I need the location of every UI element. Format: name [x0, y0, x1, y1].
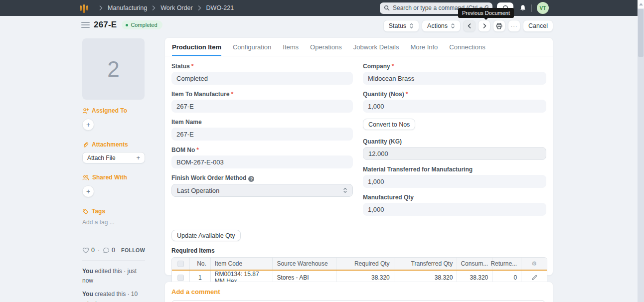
print-button[interactable]: [493, 20, 505, 32]
comment-input[interactable]: [171, 300, 545, 302]
tab-configuration[interactable]: Configuration: [233, 38, 271, 56]
item-to-manufacture-input[interactable]: 267-E: [171, 100, 353, 113]
finish-work-order-method-select[interactable]: Last Operation: [171, 184, 353, 197]
follow-button[interactable]: FOLLOW: [121, 247, 145, 253]
page-title: 267-E: [94, 20, 117, 30]
comments-count: 0: [112, 247, 115, 254]
field-item-name: Item Name 267-E: [171, 119, 353, 141]
row-checkbox[interactable]: [177, 275, 184, 281]
page-scrollbar[interactable]: [638, 0, 644, 302]
previous-document-button[interactable]: [463, 20, 476, 32]
search-icon: [384, 5, 390, 11]
activity-edited: You edited this · just now: [82, 267, 148, 285]
status-input[interactable]: Completed: [171, 72, 353, 85]
dot-separator: ·: [98, 247, 100, 254]
material-transferred-input[interactable]: 1,000: [363, 175, 546, 188]
tab-production-item[interactable]: Production Item: [172, 38, 221, 56]
tab-jobwork-details[interactable]: Jobwork Details: [353, 38, 399, 56]
edit-row-icon[interactable]: [531, 275, 537, 281]
breadcrumb-document[interactable]: DWO-221: [206, 4, 234, 11]
navbar-divider: [531, 4, 532, 12]
comment-bubble-icon[interactable]: [103, 247, 110, 254]
add-assignment-button[interactable]: +: [82, 119, 94, 131]
chevron-right-icon: [99, 5, 103, 10]
next-document-button[interactable]: [478, 20, 490, 32]
scrollbar-thumb[interactable]: [638, 9, 644, 57]
status-dropdown-button[interactable]: Status: [383, 20, 419, 32]
field-material-transferred: Material Transferred for Manufacturing 1…: [363, 166, 546, 188]
col-transferred-qty[interactable]: Transferred Qty: [394, 258, 458, 270]
attachment-icon: [82, 142, 89, 148]
required-mark: *: [406, 91, 408, 98]
scroll-up-arrow-icon: [639, 3, 643, 5]
like-heart-icon[interactable]: [82, 247, 89, 254]
required-mark: *: [196, 147, 199, 153]
select-caret-icon: [343, 187, 347, 193]
chevron-right-icon: [197, 5, 202, 10]
select-caret-icon: [451, 23, 455, 29]
required-mark: *: [392, 63, 394, 70]
col-source-warehouse[interactable]: Source Warehouse: [273, 258, 336, 270]
quantity-nos-input[interactable]: 1,000: [363, 100, 546, 113]
field-status: Status* Completed: [171, 63, 353, 85]
item-name-input[interactable]: 267-E: [171, 128, 353, 141]
top-navbar: Manufacturing Work Order DWO-221 VT: [0, 0, 638, 16]
tab-more-info[interactable]: More Info: [410, 38, 438, 56]
col-required-qty[interactable]: Required Qty: [336, 258, 394, 270]
company-input[interactable]: Midocean Brass: [363, 72, 546, 85]
shared-with-section: Shared With: [82, 174, 145, 181]
breadcrumb-work-order[interactable]: Work Order: [161, 4, 192, 11]
sidebar-divider: [82, 260, 145, 261]
ellipsis-icon: ···: [511, 23, 518, 29]
scroll-up-button[interactable]: [638, 0, 644, 8]
field-quantity-kg: Quantity (KG) 12.000: [363, 138, 546, 160]
field-bom-no: BOM No* BOM-267-E-003: [171, 147, 353, 168]
add-share-button[interactable]: +: [82, 185, 94, 197]
plus-icon: +: [86, 121, 90, 129]
attach-file-button[interactable]: Attach File +: [82, 152, 145, 163]
plus-icon: +: [86, 187, 90, 195]
tab-operations[interactable]: Operations: [310, 38, 342, 56]
breadcrumb-manufacturing[interactable]: Manufacturing: [108, 4, 147, 11]
share-users-icon: [82, 174, 89, 181]
required-mark: *: [231, 91, 233, 98]
work-order-form-card: Production Item Configuration Items Oper…: [164, 37, 553, 276]
update-available-qty-button[interactable]: Update Available Qty: [171, 230, 241, 241]
tag-icon: [82, 208, 89, 215]
required-mark: *: [191, 63, 194, 70]
app-logo[interactable]: [80, 3, 89, 13]
user-avatar[interactable]: VT: [537, 2, 549, 14]
manufactured-qty-input[interactable]: 1,000: [363, 203, 546, 216]
bom-no-input[interactable]: BOM-267-E-003: [171, 155, 353, 168]
document-image-placeholder[interactable]: 2: [82, 38, 145, 100]
table-header-row: No. Item Code Source Warehouse Required …: [172, 258, 547, 271]
previous-document-tooltip: Previous Document: [458, 8, 514, 18]
form-tabs: Production Item Configuration Items Oper…: [165, 38, 553, 56]
col-consumed-qty[interactable]: Consum...: [457, 258, 492, 270]
actions-dropdown-button[interactable]: Actions: [422, 20, 461, 32]
menu-dots-button[interactable]: ···: [508, 20, 520, 32]
chevron-left-icon: [467, 23, 472, 29]
convert-to-nos-button[interactable]: Convert to Nos: [363, 119, 415, 130]
menu-icon[interactable]: [81, 22, 90, 28]
likes-count: 0: [91, 247, 95, 254]
col-no[interactable]: No.: [190, 258, 211, 270]
col-item-code[interactable]: Item Code: [211, 258, 273, 270]
cancel-button[interactable]: Cancel: [523, 20, 553, 32]
help-icon[interactable]: ?: [248, 176, 254, 182]
add-comment-label: Add a comment: [171, 288, 545, 296]
col-returned-qty[interactable]: Returne...: [492, 258, 521, 270]
table-settings-icon[interactable]: ⚙: [531, 260, 537, 267]
activity-created: You created this · 10 minutes ago: [82, 290, 148, 302]
add-tag-input[interactable]: Add a tag ...: [82, 219, 145, 226]
tags-section: Tags: [82, 208, 145, 215]
chevron-right-icon: [482, 23, 487, 29]
status-dot-icon: [126, 24, 128, 26]
notifications-bell-icon[interactable]: [519, 4, 526, 12]
select-all-checkbox[interactable]: [177, 261, 184, 267]
tab-items[interactable]: Items: [283, 38, 299, 56]
tab-connections[interactable]: Connections: [449, 38, 485, 56]
plus-icon: +: [136, 154, 140, 161]
print-icon: [496, 23, 502, 29]
attachments-section: Attachments: [82, 141, 145, 148]
